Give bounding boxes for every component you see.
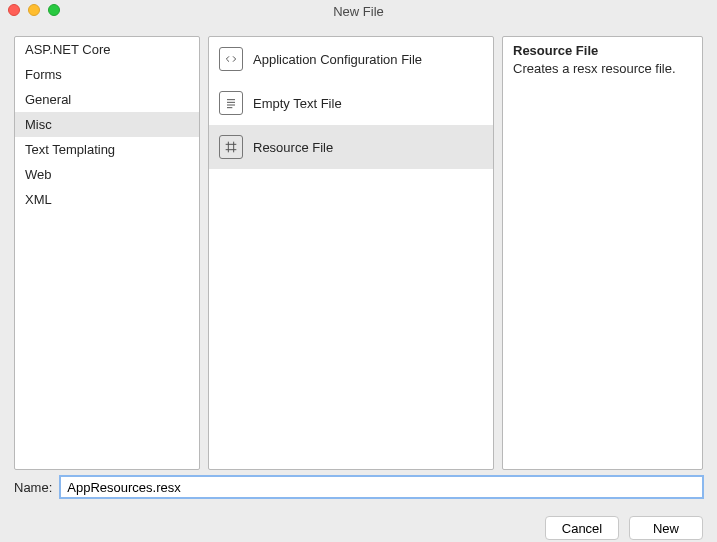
category-item-forms[interactable]: Forms: [15, 62, 199, 87]
category-label: XML: [25, 192, 52, 207]
category-item-aspnet-core[interactable]: ASP.NET Core: [15, 37, 199, 62]
window-controls: [8, 4, 60, 16]
button-row: Cancel New: [0, 498, 717, 540]
category-item-misc[interactable]: Misc: [15, 112, 199, 137]
code-file-icon: [219, 47, 243, 71]
category-label: Misc: [25, 117, 52, 132]
svg-rect-0: [228, 144, 233, 149]
category-label: General: [25, 92, 71, 107]
description-panel: Resource File Creates a resx resource fi…: [502, 36, 703, 470]
resource-file-icon: [219, 135, 243, 159]
category-label: ASP.NET Core: [25, 42, 111, 57]
description-title: Resource File: [513, 43, 692, 58]
template-item-empty-text[interactable]: Empty Text File: [209, 81, 493, 125]
name-row: Name:: [0, 470, 717, 498]
description-body: Creates a resx resource file.: [513, 60, 692, 78]
close-icon[interactable]: [8, 4, 20, 16]
template-item-resource-file[interactable]: Resource File: [209, 125, 493, 169]
text-file-icon: [219, 91, 243, 115]
category-item-text-templating[interactable]: Text Templating: [15, 137, 199, 162]
category-item-web[interactable]: Web: [15, 162, 199, 187]
category-item-xml[interactable]: XML: [15, 187, 199, 212]
category-list: ASP.NET Core Forms General Misc Text Tem…: [14, 36, 200, 470]
titlebar: New File: [0, 0, 717, 22]
name-label: Name:: [14, 480, 52, 495]
new-button[interactable]: New: [629, 516, 703, 540]
template-label: Application Configuration File: [253, 52, 422, 67]
template-label: Resource File: [253, 140, 333, 155]
zoom-icon[interactable]: [48, 4, 60, 16]
cancel-button[interactable]: Cancel: [545, 516, 619, 540]
category-label: Forms: [25, 67, 62, 82]
minimize-icon[interactable]: [28, 4, 40, 16]
template-label: Empty Text File: [253, 96, 342, 111]
template-list: Application Configuration File Empty Tex…: [208, 36, 494, 470]
template-item-app-config[interactable]: Application Configuration File: [209, 37, 493, 81]
window-title: New File: [333, 4, 384, 19]
category-label: Text Templating: [25, 142, 115, 157]
category-label: Web: [25, 167, 52, 182]
columns: ASP.NET Core Forms General Misc Text Tem…: [0, 22, 717, 470]
name-input[interactable]: [60, 476, 703, 498]
category-item-general[interactable]: General: [15, 87, 199, 112]
